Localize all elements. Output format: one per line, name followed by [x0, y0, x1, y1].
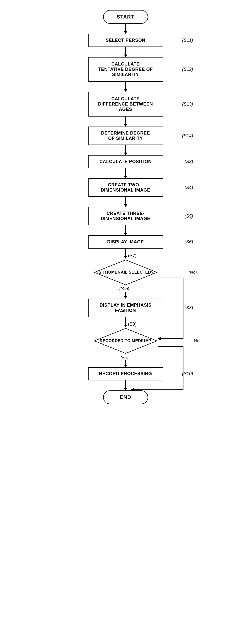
s4-container: CREATE TWO – DIMENSIONAL IMAGE (S4) [38, 178, 213, 197]
s5-process: CREATE THREE- DIMENSIONAL IMAGE [88, 207, 163, 225]
s13-label: (S13) [182, 102, 193, 107]
s4-line1: CREATE TWO – [108, 182, 143, 187]
line [125, 317, 126, 325]
s6-process: DISPLAY IMAGE [88, 235, 163, 249]
s10-container: RECORD PROCESSING (S10) [38, 367, 213, 380]
s8-container: DISPLAY IN EMPHASIS FASHION (S8) [38, 299, 213, 317]
s8-label: (S8) [184, 305, 193, 311]
s9-yes-label-row: Yes [38, 355, 213, 360]
arrowhead [124, 89, 127, 92]
connector-s11-s12 [124, 47, 127, 57]
s12-process: CALCULATE TENTATIVE DEGREE OF SIMILARITY [88, 57, 163, 82]
line [125, 360, 126, 365]
s3-container: CALCULATE POSITION (S3) [38, 155, 213, 168]
s14-line2: OF SIMILARITY [108, 136, 143, 141]
s7-section: (S7) IS THUMBNAIL SELECTED? (No) (Yes) [38, 259, 213, 292]
s7-yes-label: (Yes) [119, 287, 129, 292]
s13-line1: CALCULATE [111, 96, 140, 101]
s11-process: SELECT PERSON [88, 34, 163, 47]
end-terminal: END [103, 390, 148, 404]
line [125, 117, 126, 124]
s9-no-label: No [194, 338, 199, 343]
s8-line2: FASHION [115, 308, 136, 313]
line [125, 249, 126, 256]
s3-process: CALCULATE POSITION [88, 155, 163, 168]
connector-s14-s3 [124, 145, 127, 155]
s9-text: RECORDED TO MEDIUM? [100, 339, 151, 343]
s9-diamond-row: RECORDED TO MEDIUM? No [38, 327, 213, 355]
s7-no-label: (No) [188, 270, 197, 275]
arrowhead [124, 365, 127, 367]
s7-yes-label-row: (Yes) [38, 287, 213, 292]
s13-process: CALCULATE DIFFERENCE BETWEEN AGES [88, 92, 163, 117]
s4-line2: DIMENSIONAL IMAGE [101, 188, 150, 193]
s10-process: RECORD PROCESSING [88, 367, 163, 380]
connector-start-s11 [124, 24, 127, 34]
s4-process: CREATE TWO – DIMENSIONAL IMAGE [88, 178, 163, 197]
line [125, 197, 126, 204]
s12-container: CALCULATE TENTATIVE DEGREE OF SIMILARITY… [38, 57, 213, 82]
s8-process: DISPLAY IN EMPHASIS FASHION [88, 299, 163, 317]
s7-diamond-row: IS THUMBNAIL SELECTED? (No) [38, 259, 213, 286]
flowchart: START SELECT PERSON (S11) CALCULATE TENT… [38, 10, 213, 634]
s12-line1: CALCULATE [111, 62, 140, 67]
s14-line1: DETERMINE DEGREE [101, 131, 150, 136]
s7-diamond-text: IS THUMBNAIL SELECTED? [97, 270, 154, 275]
s7-diamond: IS THUMBNAIL SELECTED? [93, 259, 158, 286]
s10-label: (S10) [182, 371, 193, 376]
s9-diamond: RECORDED TO MEDIUM? [93, 327, 158, 355]
connector-s7-s8 [124, 292, 127, 299]
connector-s9-s10 [124, 360, 127, 367]
arrowhead [124, 124, 127, 127]
line [125, 47, 126, 55]
s7-text-line1: IS THUMBNAIL SELECTED? [97, 270, 154, 274]
end-container: END [38, 390, 213, 404]
line [125, 380, 126, 388]
s7-label: (S7) [128, 253, 137, 258]
s3-label: (S3) [184, 159, 193, 164]
s12-label: (S12) [182, 67, 193, 72]
s13-line2: DIFFERENCE BETWEEN [98, 102, 153, 107]
s11-container: SELECT PERSON (S11) [38, 34, 213, 47]
s6-label: (S6) [184, 239, 193, 245]
line [125, 168, 126, 176]
arrowhead [124, 204, 127, 207]
s14-label: (S14) [182, 133, 193, 139]
arrowhead [124, 233, 127, 235]
arrowhead [124, 388, 127, 390]
arrowhead [124, 153, 127, 155]
s6-container: DISPLAY IMAGE (S6) [38, 235, 213, 249]
arrowhead [124, 55, 127, 57]
connector-s3-s4 [124, 168, 127, 178]
s11-label: (S11) [182, 38, 193, 43]
line [125, 225, 126, 233]
arrowhead [124, 296, 127, 299]
s5-label: (S5) [184, 214, 193, 219]
s13-line3: AGES [119, 107, 132, 112]
arrowhead [124, 176, 127, 178]
s12-line3: SIMILARITY [112, 72, 139, 77]
connector-s13-s14 [124, 117, 127, 127]
s9-diamond-text: RECORDED TO MEDIUM? [100, 338, 151, 344]
connector-s5-s6 [124, 225, 127, 235]
start-terminal: START [103, 10, 148, 24]
s8-line1: DISPLAY IN EMPHASIS [100, 303, 152, 308]
line [125, 24, 126, 31]
s9-label: (S9) [128, 322, 137, 327]
s5-line2: DIMENSIONAL IMAGE [101, 216, 150, 221]
start-container: START [38, 10, 213, 24]
s4-label: (S4) [184, 185, 193, 190]
arrowhead [124, 325, 127, 327]
s5-container: CREATE THREE- DIMENSIONAL IMAGE (S5) [38, 207, 213, 225]
line [125, 82, 126, 89]
s5-line1: CREATE THREE- [107, 211, 144, 216]
connector-s8-s9 [124, 317, 127, 327]
arrowhead [124, 31, 127, 34]
connector-s10-end [124, 380, 127, 390]
arrowhead [124, 256, 127, 259]
s12-line2: TENTATIVE DEGREE OF [98, 67, 153, 72]
line [125, 145, 126, 153]
s13-container: CALCULATE DIFFERENCE BETWEEN AGES (S13) [38, 92, 213, 117]
connector-s12-s13 [124, 82, 127, 92]
s14-process: DETERMINE DEGREE OF SIMILARITY [88, 127, 163, 145]
